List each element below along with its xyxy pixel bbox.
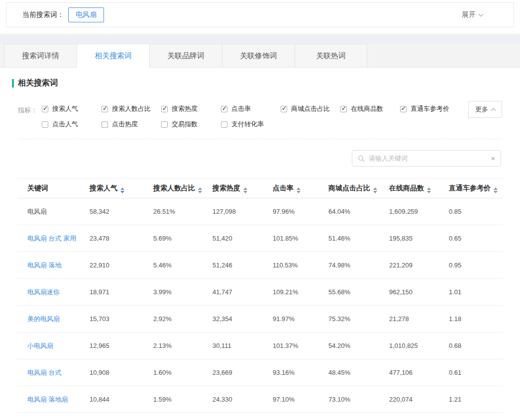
- metrics-label: 指标：: [18, 104, 42, 129]
- table-row: 电风扇 落地扇 10,844 1.59% 24,330 97.10% 73.10…: [17, 386, 503, 413]
- checkbox-icon[interactable]: [281, 106, 287, 112]
- cell-search-heat: 51,246: [212, 252, 273, 279]
- keyword-link[interactable]: 电风扇 台式 家用: [17, 225, 90, 252]
- sort-icon[interactable]: [120, 187, 124, 193]
- metric-checkbox[interactable]: 商城点击占比: [281, 104, 340, 113]
- keyword-link[interactable]: 电风扇 落地扇: [17, 386, 90, 413]
- cell-ctr: 110.53%: [273, 252, 328, 279]
- sort-icon[interactable]: [297, 187, 301, 193]
- section-accent-bar: [12, 79, 14, 87]
- checkbox-icon[interactable]: [221, 106, 227, 112]
- cell-searcher-share: 1.59%: [153, 386, 212, 413]
- metric-label: 支付转化率: [231, 120, 264, 129]
- checkbox-icon[interactable]: [42, 106, 48, 112]
- cell-search-popularity: 58,342: [90, 198, 153, 225]
- metrics-row-1: 搜索人气 搜索人数占比 搜索热度 点击率 商城点击占比: [42, 104, 502, 113]
- cell-search-popularity: 15,703: [90, 306, 153, 333]
- cell-search-heat: 127,098: [212, 198, 273, 225]
- sort-icon[interactable]: [373, 187, 377, 193]
- cell-ctr: 91.97%: [273, 306, 328, 333]
- clear-icon[interactable]: ×: [491, 155, 495, 162]
- chevron-down-icon: [479, 11, 484, 16]
- cell-online-products: 221,209: [389, 252, 449, 279]
- metric-checkbox[interactable]: 直通车参考价: [400, 104, 460, 113]
- main-content: 相关搜索词 指标： 搜索人气 搜索人数占比 搜索热度: [0, 68, 520, 420]
- metric-checkbox[interactable]: 点击率: [221, 104, 281, 113]
- keyword-link[interactable]: 电风扇 落地: [17, 252, 90, 279]
- table-header-row: 关键词 搜索人气 搜索人数占比 搜索热度 点击率 商城点击占比 在线商品数 直通…: [17, 179, 503, 198]
- metric-checkbox[interactable]: 点击人气: [42, 120, 102, 129]
- checkbox-icon[interactable]: [161, 106, 168, 112]
- cell-mall-click-share: 51.46%: [328, 225, 389, 252]
- sort-icon[interactable]: [494, 187, 498, 193]
- metric-label: 搜索热度: [172, 104, 198, 113]
- tab-related-brand-terms[interactable]: 关联品牌词: [149, 44, 222, 68]
- cell-ctr: 97.10%: [273, 386, 328, 413]
- keyword-link[interactable]: 电风扇 台式: [17, 359, 90, 386]
- metric-checkbox[interactable]: 搜索人气: [42, 104, 102, 113]
- sort-icon[interactable]: [427, 187, 431, 193]
- expand-toggle[interactable]: 展开: [462, 10, 483, 19]
- cell-ctr: 101.37%: [273, 333, 328, 359]
- cell-ztc-ref-price: 1.21: [449, 386, 503, 413]
- metric-checkbox[interactable]: 搜索热度: [161, 104, 221, 113]
- metric-label: 直通车参考价: [411, 104, 449, 113]
- column-header-searcher-share: 搜索人数占比: [153, 179, 212, 198]
- cell-search-popularity: 22,910: [90, 252, 153, 279]
- current-keyword-tag[interactable]: 电风扇: [68, 7, 104, 22]
- tab-related-hot-terms[interactable]: 关联热词: [295, 44, 367, 68]
- more-button[interactable]: 更多: [468, 101, 502, 118]
- tab-related-search-terms[interactable]: 相关搜索词: [77, 44, 149, 68]
- keyword-search-input[interactable]: [369, 155, 487, 162]
- metric-checkbox[interactable]: 交易指数: [161, 120, 221, 129]
- keyword-link[interactable]: 电风扇迷你: [17, 279, 90, 306]
- checkbox-icon[interactable]: [400, 106, 407, 112]
- checkbox-icon[interactable]: [340, 106, 347, 112]
- checkbox-icon[interactable]: [102, 106, 108, 112]
- column-header-search-heat: 搜索热度: [212, 179, 273, 198]
- checkbox-icon[interactable]: [42, 121, 48, 128]
- cell-online-products: 1,010,825: [389, 333, 449, 359]
- metric-checkbox[interactable]: 支付转化率: [221, 120, 281, 129]
- cell-online-products: 195,835: [389, 225, 449, 252]
- metric-label: 搜索人气: [52, 104, 78, 113]
- tab-related-modifier-terms[interactable]: 关联修饰词: [222, 44, 295, 68]
- cell-searcher-share: 1.60%: [153, 359, 212, 386]
- metric-checkbox[interactable]: 在线商品数: [340, 104, 400, 113]
- metric-label: 点击人气: [52, 120, 78, 129]
- metric-checkbox[interactable]: 点击热度: [102, 120, 161, 129]
- cell-ztc-ref-price: 1.18: [449, 306, 503, 333]
- keyword-link[interactable]: 小电风扇: [17, 333, 90, 359]
- cell-search-heat: 41,747: [212, 279, 273, 306]
- column-header-mall-click-share: 商城点击占比: [328, 179, 389, 198]
- cell-search-heat: 23,669: [212, 359, 273, 386]
- cell-searcher-share: 5.69%: [153, 225, 212, 252]
- cell-search-popularity: 10,908: [90, 359, 153, 386]
- column-header-online-products: 在线商品数: [389, 179, 449, 198]
- cell-online-products: 220,074: [389, 386, 449, 413]
- sort-icon[interactable]: [243, 187, 247, 193]
- checkbox-icon[interactable]: [161, 121, 168, 128]
- tab-search-term-detail[interactable]: 搜索词详情: [4, 44, 77, 68]
- cell-ztc-ref-price: 0.68: [449, 333, 503, 359]
- cell-search-popularity: 10,844: [90, 386, 153, 413]
- cell-search-heat: 24,330: [212, 386, 273, 413]
- keyword-link[interactable]: 美的电风扇: [17, 306, 90, 333]
- metric-label: 搜索人数占比: [112, 104, 151, 113]
- column-header-ztc-ref-price: 直通车参考价: [449, 179, 503, 198]
- table-row: 电风扇 台式 家用 23,478 5.69% 51,420 101.85% 51…: [17, 225, 503, 252]
- cell-mall-click-share: 55.68%: [328, 279, 389, 306]
- cell-searcher-share: 5.46%: [153, 252, 212, 279]
- cell-ztc-ref-price: 0.95: [449, 252, 503, 279]
- page-title: 相关搜索词: [18, 78, 58, 88]
- cell-search-popularity: 18,971: [90, 279, 153, 306]
- cell-ctr: 101.85%: [273, 225, 328, 252]
- sort-icon[interactable]: [198, 187, 202, 193]
- metric-label: 点击率: [231, 104, 251, 113]
- checkbox-icon[interactable]: [102, 121, 108, 128]
- metric-label: 在线商品数: [351, 104, 383, 113]
- metric-checkbox[interactable]: 搜索人数占比: [102, 104, 161, 113]
- topbar: 当前搜索词： 电风扇 展开: [0, 0, 520, 34]
- cell-online-products: 1,609,259: [389, 198, 449, 225]
- checkbox-icon[interactable]: [221, 121, 227, 128]
